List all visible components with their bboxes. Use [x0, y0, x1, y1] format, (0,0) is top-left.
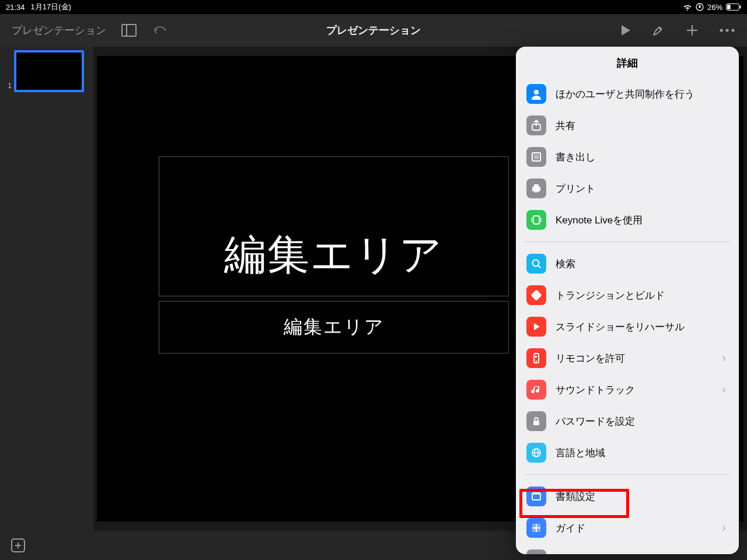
document-setup-icon	[526, 487, 546, 506]
chevron-right-icon: ›	[722, 382, 728, 397]
svg-rect-5	[122, 24, 136, 36]
menu-label: プリント	[556, 182, 728, 195]
menu-collaborate[interactable]: ほかのユーザと共同制作を行う	[524, 78, 731, 110]
title-text: 編集エリア	[224, 227, 444, 283]
menu-document-setup[interactable]: 書類設定	[524, 481, 731, 512]
svg-rect-25	[530, 289, 542, 301]
menu-label: 設定	[556, 553, 713, 555]
subtitle-text: 編集エリア	[284, 314, 385, 340]
share-icon	[526, 116, 546, 135]
wifi-icon	[683, 4, 692, 10]
svg-line-24	[539, 266, 541, 268]
guides-icon	[526, 518, 546, 538]
menu-language[interactable]: 言語と地域	[524, 437, 731, 468]
menu-rehearse[interactable]: スライドショーをリハーサル	[524, 311, 731, 342]
settings-icon	[526, 550, 546, 554]
more-popover: 詳細 ほかのユーザと共同制作を行う 共有 書き出し プリント	[516, 47, 739, 554]
svg-point-15	[534, 90, 539, 94]
menu-search[interactable]: 検索	[524, 248, 731, 279]
svg-rect-4	[740, 6, 741, 9]
slide-navigator[interactable]: 1	[0, 47, 93, 531]
back-button[interactable]: プレゼンテーション	[12, 23, 106, 37]
person-icon	[526, 84, 546, 104]
more-icon[interactable]	[719, 28, 735, 33]
chevron-right-icon: ›	[722, 520, 728, 536]
menu-guides[interactable]: ガイド ›	[524, 512, 731, 544]
format-brush-icon[interactable]	[651, 23, 665, 37]
svg-rect-21	[534, 190, 539, 192]
menu-label: パスワードを設定	[556, 415, 728, 428]
svg-point-27	[536, 360, 537, 362]
menu-label: スライドショーをリハーサル	[556, 320, 728, 334]
divider	[524, 474, 731, 475]
battery-icon	[726, 4, 741, 10]
menu-label: トランジションとビルド	[556, 289, 728, 302]
rehearse-icon	[526, 317, 546, 337]
title-placeholder[interactable]: 編集エリア	[159, 156, 509, 296]
menu-export[interactable]: 書き出し	[524, 141, 731, 173]
svg-point-9	[720, 29, 722, 32]
play-icon[interactable]	[620, 24, 631, 37]
menu-label: ガイド	[556, 522, 713, 535]
svg-point-10	[725, 29, 728, 32]
menu-label: 言語と地域	[556, 446, 728, 460]
menu-transitions[interactable]: トランジションとビルド	[524, 279, 731, 311]
menu-label: Keynote Liveを使用	[556, 214, 728, 227]
menu-label: 書類設定	[556, 490, 728, 503]
chevron-right-icon: ›	[722, 552, 728, 554]
menu-remote[interactable]: リモコンを許可 ›	[524, 342, 731, 374]
view-options-icon[interactable]	[121, 24, 137, 37]
lock-icon	[526, 411, 546, 431]
toolbar: プレゼンテーション プレゼンテーション	[0, 14, 747, 47]
menu-label: リモコンを許可	[556, 352, 713, 365]
rotation-lock-icon	[696, 3, 704, 11]
slide-thumbnail-image[interactable]	[14, 50, 84, 92]
svg-rect-33	[532, 493, 540, 495]
subtitle-placeholder[interactable]: 編集エリア	[159, 301, 509, 354]
menu-label: 書き出し	[556, 150, 728, 164]
menu-share[interactable]: 共有	[524, 110, 731, 141]
status-date: 1月17日(金)	[31, 2, 71, 12]
keynote-live-icon	[526, 210, 546, 230]
add-icon[interactable]	[685, 23, 699, 37]
menu-label: 共有	[556, 119, 728, 132]
svg-rect-1	[699, 6, 700, 8]
soundtrack-icon	[526, 380, 546, 400]
svg-rect-28	[533, 421, 539, 425]
add-slide-button[interactable]	[11, 538, 26, 553]
battery-percent: 26%	[707, 3, 722, 12]
menu-settings[interactable]: 設定 ›	[524, 544, 731, 554]
search-icon	[526, 254, 546, 274]
status-bar: 21:34 1月17日(金) 26%	[0, 0, 747, 14]
slide-number: 1	[2, 82, 12, 92]
menu-label: サウンドトラック	[556, 383, 713, 397]
status-time: 21:34	[6, 3, 25, 12]
slide-thumbnail[interactable]: 1	[0, 50, 93, 94]
document-title: プレゼンテーション	[326, 23, 421, 37]
svg-rect-20	[534, 184, 539, 187]
menu-print[interactable]: プリント	[524, 173, 731, 204]
svg-point-23	[533, 260, 539, 267]
menu-label: ほかのユーザと共同制作を行う	[556, 88, 728, 101]
divider	[524, 242, 731, 242]
svg-rect-22	[533, 216, 539, 224]
globe-icon	[526, 443, 546, 463]
export-icon	[526, 147, 546, 167]
print-icon	[526, 178, 546, 198]
menu-password[interactable]: パスワードを設定	[524, 405, 731, 437]
undo-icon[interactable]	[152, 24, 167, 37]
remote-icon	[526, 348, 546, 368]
transition-icon	[526, 285, 546, 305]
svg-rect-3	[727, 5, 731, 9]
popover-title: 詳細	[516, 47, 739, 78]
svg-rect-18	[534, 155, 539, 159]
menu-keynote-live[interactable]: Keynote Liveを使用	[524, 204, 731, 236]
svg-point-11	[731, 29, 734, 32]
chevron-right-icon: ›	[722, 351, 728, 366]
menu-label: 検索	[556, 257, 728, 271]
menu-soundtrack[interactable]: サウンドトラック ›	[524, 374, 731, 405]
